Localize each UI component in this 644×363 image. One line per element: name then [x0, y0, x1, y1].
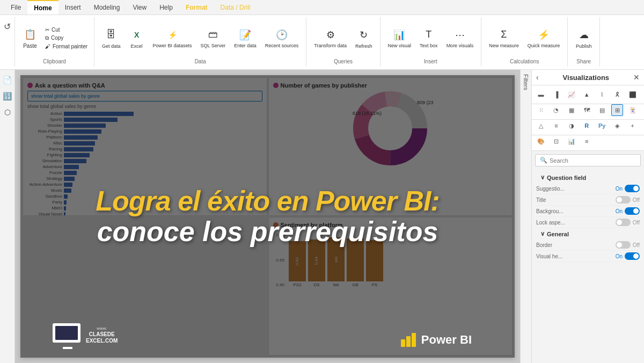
model-view-icon[interactable]: ⬡	[2, 106, 13, 118]
format-painter-button[interactable]: 🖌 Format painter	[43, 43, 90, 50]
tab-home[interactable]: Home	[27, 0, 58, 14]
viz-format2-icon[interactable]: ⊡	[550, 135, 562, 147]
sql-server-button[interactable]: 🗃 SQL Server	[197, 26, 229, 50]
group-insert: 📊 New visual T Text box ⋯ More visuals I…	[380, 17, 482, 67]
clase-logo: www. CLASEDE EXCEL.COM	[53, 323, 118, 347]
tab-help[interactable]: Help	[153, 0, 179, 14]
text-box-button[interactable]: T Text box	[416, 26, 441, 50]
viz-analytics-icon[interactable]: 📊	[566, 135, 577, 147]
viz-kpi-icon[interactable]: △	[535, 120, 547, 132]
title-toggle-track[interactable]	[616, 196, 631, 204]
viz-table-icon[interactable]: ▤	[596, 104, 608, 116]
viz-combo-icon[interactable]: ⌇	[596, 89, 608, 100]
viz-icons-row3: △ ≡ ◑ R Py ◈ +	[532, 120, 644, 135]
viz-area-icon[interactable]: ▲	[581, 89, 592, 100]
search-box[interactable]: 🔍	[535, 154, 641, 166]
copy-button[interactable]: ⧉ Copy	[43, 34, 90, 42]
suggestions-field-row: Suggestio... On	[536, 183, 640, 194]
viz-icons-row1: ▬ ▐ 📈 ▲ ⌇ 🎗 ⬛	[532, 85, 644, 104]
lock-aspect-toggle-track[interactable]	[616, 219, 631, 226]
report-view-icon[interactable]: 📄	[2, 74, 13, 86]
tab-file[interactable]: File	[4, 0, 27, 14]
viz-fields-icon[interactable]: ≡	[581, 135, 592, 147]
new-visual-button[interactable]: 📊 New visual	[385, 26, 415, 50]
refresh-button[interactable]: ↻ Refresh	[352, 26, 376, 50]
viz-scatter-icon[interactable]: ⁙	[535, 104, 547, 116]
suggestions-toggle-track[interactable]	[625, 185, 640, 192]
viz-matrix-icon[interactable]: ⊞	[611, 104, 623, 116]
border-toggle-track[interactable]	[616, 241, 631, 249]
viz-gauge-icon[interactable]: ◑	[566, 120, 577, 132]
viz-bar-icon[interactable]: ▬	[535, 89, 547, 100]
excel-button[interactable]: X Excel	[126, 26, 148, 50]
question-field-header[interactable]: ∨ Question field	[536, 172, 640, 183]
general-section-header[interactable]: ∨ General	[536, 228, 640, 239]
visual-header-toggle[interactable]: On	[616, 252, 640, 260]
tab-insert[interactable]: Insert	[58, 0, 87, 14]
viz-slicer-icon[interactable]: ≡	[550, 120, 562, 132]
border-field-row: Border Off	[536, 239, 640, 251]
sql-icon: 🗃	[206, 27, 221, 42]
left-sidebar: 📄 🔢 ⬡	[0, 70, 15, 363]
viz-format1-icon[interactable]: 🎨	[535, 135, 547, 147]
viz-panel-title: Visualizations	[563, 74, 609, 82]
ribbon-content: ↺ 📋 Paste ✂ Cut ⧉ Copy	[0, 15, 644, 69]
undo-icon[interactable]: ↺	[4, 21, 11, 32]
border-toggle[interactable]: Off	[616, 241, 640, 249]
more-visuals-icon: ⋯	[452, 27, 467, 42]
group-clipboard: 📋 Paste ✂ Cut ⧉ Copy 🖌 Format painter	[15, 17, 94, 67]
ribbon: File Home Insert Modeling View Help Form…	[0, 0, 644, 70]
viz-line-icon[interactable]: 📈	[566, 89, 577, 100]
more-visuals-button[interactable]: ⋯ More visuals	[443, 26, 477, 50]
viz-custom2-icon[interactable]: +	[627, 120, 639, 132]
cut-button[interactable]: ✂ Cut	[43, 26, 90, 33]
tab-modeling[interactable]: Modeling	[87, 0, 127, 14]
publish-button[interactable]: ☁ Publish	[573, 26, 595, 50]
viz-custom1-icon[interactable]: ◈	[611, 120, 623, 132]
get-data-icon: 🗄	[104, 27, 119, 42]
viz-panel-header: ‹ Visualizations ✕	[532, 70, 644, 85]
data-view-icon[interactable]: 🔢	[2, 90, 13, 102]
viz-card-icon[interactable]: 🃏	[627, 104, 639, 116]
fields-section: ∨ Question field Suggestio... On Title	[532, 170, 644, 264]
lock-aspect-toggle[interactable]: Off	[616, 219, 640, 226]
report-canvas: Ask a question with Q&A show total globa…	[20, 75, 515, 358]
search-input[interactable]	[550, 157, 636, 164]
viz-panel-close[interactable]: ✕	[633, 73, 640, 82]
main-area: 📄 🔢 ⬡ Ask a question with Q&A show total…	[0, 70, 644, 363]
background-toggle-track[interactable]	[625, 207, 640, 215]
enter-data-button[interactable]: 📝 Enter data	[231, 26, 260, 50]
tab-view[interactable]: View	[126, 0, 153, 14]
border-label: Border	[536, 242, 552, 248]
viz-ribbon-icon[interactable]: 🎗	[611, 89, 623, 100]
tab-data-drill[interactable]: Data / Drill	[214, 0, 257, 14]
quick-measure-button[interactable]: ⚡ Quick measure	[524, 26, 564, 50]
paste-button[interactable]: 📋 Paste	[19, 26, 41, 50]
title-toggle[interactable]: Off	[616, 196, 640, 204]
get-data-button[interactable]: 🗄 Get data	[99, 26, 124, 50]
powerbi-datasets-button[interactable]: ⚡ Power BI datasets	[150, 26, 195, 50]
viz-treemap-icon[interactable]: ▦	[566, 104, 577, 116]
transform-icon: ⚙	[323, 27, 338, 42]
viz-pie-icon[interactable]: ◔	[550, 104, 562, 116]
viz-map-icon[interactable]: 🗺	[581, 104, 592, 116]
queries-label: Queries	[334, 56, 353, 64]
undo-area: ↺	[0, 17, 15, 67]
transform-button[interactable]: ⚙ Transform data	[311, 26, 350, 50]
viz-waterfall-icon[interactable]: ⬛	[627, 89, 639, 100]
viz-r-icon[interactable]: R	[581, 120, 592, 132]
viz-column-icon[interactable]: ▐	[550, 89, 562, 100]
format-painter-icon: 🖌	[45, 43, 50, 49]
background-label: Backgrou...	[536, 208, 564, 214]
suggestions-toggle[interactable]: On	[616, 185, 640, 192]
visual-header-toggle-track[interactable]	[625, 252, 640, 260]
collapse-left-arrow[interactable]: ‹	[536, 73, 539, 82]
background-toggle[interactable]: On	[616, 207, 640, 215]
recent-sources-button[interactable]: 🕑 Recent sources	[262, 26, 302, 50]
new-measure-button[interactable]: Σ New measure	[486, 26, 522, 50]
chevron-down-icon-general: ∨	[540, 230, 545, 237]
viz-py-icon[interactable]: Py	[596, 120, 608, 132]
insert-label: Insert	[424, 56, 437, 64]
filters-tab[interactable]: Filters	[520, 70, 531, 363]
tab-format[interactable]: Format	[179, 0, 214, 14]
